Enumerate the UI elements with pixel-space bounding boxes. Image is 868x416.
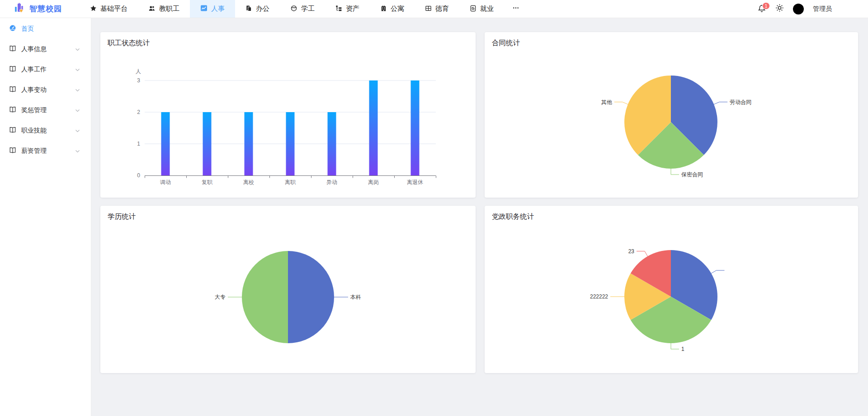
book-icon [9,106,16,114]
notification-badge: 1 [762,2,770,9]
star-icon [90,5,97,13]
nav-tab-label: 就业 [480,5,494,13]
card-party-position-stats: 党政职务统计 122222223 [485,206,858,373]
app-logo: 智慧校园 [0,2,80,16]
nav-tab-staff[interactable]: 教职工 [138,0,190,18]
nav-tab-label: 资产 [346,5,359,13]
sidebar-item-label: 首页 [21,25,34,33]
nav-tab-label: 教职工 [159,5,179,13]
sidebar-item-vocational-skills[interactable]: 职业技能 [0,120,91,141]
users-icon [148,5,156,13]
nav-tab-employment[interactable]: 就业 [459,0,504,18]
ellipsis-icon [512,5,519,13]
nav-tab-moral-education[interactable]: 德育 [415,0,459,18]
sidebar-item-personnel-info[interactable]: 人事信息 [0,39,91,59]
book-icon [9,147,16,155]
main-content: 职工状态统计 0123人调动复职离校离职异动离岗离退休 合同统计 劳动合同保密合… [91,18,867,373]
sidebar-item-label: 薪资管理 [21,147,47,155]
book-icon [9,65,16,74]
nav-tab-label: 办公 [256,5,269,13]
svg-text:23: 23 [628,248,635,255]
settings-button[interactable] [775,4,784,14]
sidebar: 首页 人事信息 人事工作 [0,18,91,416]
svg-text:调动: 调动 [160,179,171,185]
top-nav: 基础平台 教职工 人事 [80,0,528,18]
book-icon [9,85,16,94]
dashboard-icon [9,24,16,33]
header-actions: 1 管理员 [757,4,868,14]
building-icon [380,5,387,13]
svg-text:保密合同: 保密合同 [681,171,703,178]
svg-text:本科: 本科 [350,294,361,300]
sidebar-item-label: 奖惩管理 [21,106,47,114]
chevron-down-icon [75,66,80,73]
nav-tab-label: 人事 [211,5,225,13]
sidebar-item-label: 人事变动 [21,86,47,94]
sidebar-item-salary[interactable]: 薪资管理 [0,141,91,161]
grid-window-icon [425,5,432,13]
student-face-icon [290,5,297,13]
sidebar-item-personnel-work[interactable]: 人事工作 [0,59,91,80]
chevron-down-icon [75,107,80,114]
book-icon [9,126,16,135]
svg-text:3: 3 [137,77,140,84]
sidebar-item-home[interactable]: 首页 [0,19,91,39]
asset-tree-icon [335,5,342,13]
card-title: 党政职务统计 [492,212,534,222]
svg-text:大专: 大专 [215,294,226,300]
svg-text:离校: 离校 [243,179,254,185]
svg-text:其他: 其他 [601,99,613,105]
svg-text:离退休: 离退休 [407,179,423,185]
nav-tab-office[interactable]: 办公 [235,0,280,18]
contract-pie-chart: 劳动合同保密合同其他 [485,32,858,198]
party-position-pie-chart: 122222223 [485,206,858,373]
chevron-down-icon [75,86,80,94]
chevron-down-icon [75,127,80,134]
card-contract-stats: 合同统计 劳动合同保密合同其他 [485,32,858,198]
nav-tab-student-affairs[interactable]: 学工 [280,0,325,18]
documents-icon [245,5,252,13]
employment-book-icon [470,5,476,13]
nav-tab-apartment[interactable]: 公寓 [370,0,415,18]
card-staff-status-stats: 职工状态统计 0123人调动复职离校离职异动离岗离退休 [100,32,476,198]
card-title: 合同统计 [492,38,520,48]
user-name: 管理员 [813,5,832,13]
nav-tab-label: 公寓 [391,5,404,13]
svg-text:离职: 离职 [285,179,296,185]
svg-text:0: 0 [137,172,140,179]
sidebar-item-label: 职业技能 [21,127,47,135]
nav-tab-personnel[interactable]: 人事 [190,0,235,18]
svg-text:复职: 复职 [202,179,213,185]
nav-more-button[interactable] [504,0,528,18]
svg-text:1: 1 [137,141,140,147]
book-icon [9,45,16,53]
personnel-chart-icon [200,5,208,13]
card-education-stats: 学历统计 本科大专 [100,206,476,373]
svg-text:异动: 异动 [326,179,337,185]
education-pie-chart: 本科大专 [100,206,476,373]
user-avatar[interactable] [793,4,804,14]
svg-text:2: 2 [137,109,140,115]
nav-tab-label: 学工 [301,5,315,13]
campus-logo-icon [14,2,25,16]
top-header: 智慧校园 基础平台 教职工 人事 [0,0,868,18]
staff-status-bar-chart: 0123人调动复职离校离职异动离岗离退休 [100,32,476,198]
app-title: 智慧校园 [29,4,62,14]
sidebar-item-reward-punishment[interactable]: 奖惩管理 [0,100,91,120]
nav-tab-assets[interactable]: 资产 [325,0,370,18]
svg-text:人: 人 [136,68,141,75]
nav-tab-label: 基础平台 [100,5,127,13]
sidebar-item-personnel-change[interactable]: 人事变动 [0,80,91,100]
nav-tab-base-platform[interactable]: 基础平台 [80,0,138,18]
card-title: 职工状态统计 [108,38,150,48]
svg-text:222222: 222222 [590,293,608,300]
notifications-button[interactable]: 1 [757,4,766,14]
card-title: 学历统计 [108,212,136,222]
chevron-down-icon [75,147,80,155]
sidebar-item-label: 人事工作 [21,66,47,74]
svg-text:离岗: 离岗 [368,179,379,185]
svg-text:劳动合同: 劳动合同 [730,99,751,105]
nav-tab-label: 德育 [435,5,449,13]
svg-text:1: 1 [681,346,684,352]
chevron-down-icon [75,46,80,53]
